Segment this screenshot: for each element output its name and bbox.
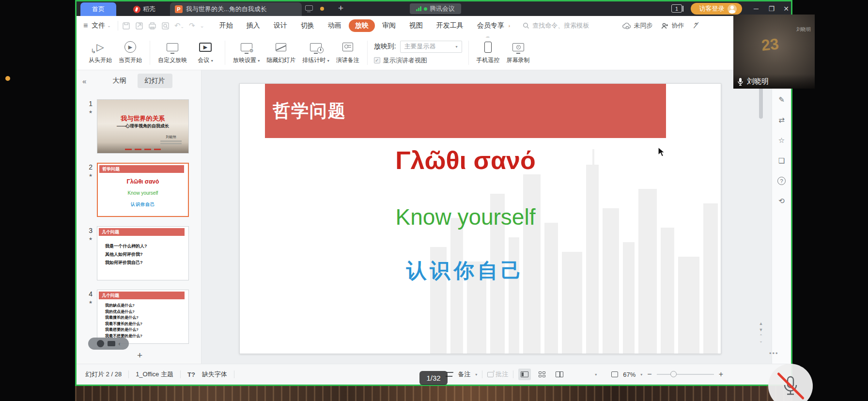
- current-slide[interactable]: 哲学问题 Γλῶθι σανό Know yourself 认识你自己: [239, 83, 721, 354]
- history-icon[interactable]: ⟲: [778, 197, 785, 205]
- tab-slideshow[interactable]: 放映: [349, 19, 375, 32]
- thumb-lines: 我是一个什么样的人? 其他人如何评价我? 我如何评价我自己?: [105, 242, 147, 267]
- preview-icon[interactable]: [161, 22, 170, 30]
- slide-english-text[interactable]: Know yourself: [265, 204, 666, 230]
- zoom-slider[interactable]: [657, 374, 714, 375]
- close-button[interactable]: ✕: [779, 1, 793, 16]
- copy-icon[interactable]: ❏: [778, 156, 785, 165]
- tab-animation[interactable]: 动画: [322, 19, 348, 32]
- play-circle-icon: ▶: [124, 41, 136, 53]
- scroll-up-icon[interactable]: ▲: [758, 321, 764, 326]
- collapse-panel-button[interactable]: «: [82, 77, 86, 85]
- notes-button[interactable]: 备注: [458, 370, 470, 379]
- from-beginning-button[interactable]: ▷ 从头开始: [85, 38, 115, 68]
- slide-thumbnail-1[interactable]: 1 ★ 我与世界的关系 ——心理学视角的自我成长 刘晓明: [77, 99, 189, 154]
- view-normal-button[interactable]: [518, 369, 531, 380]
- meeting-button[interactable]: ▶ 会议 ▾: [190, 38, 220, 68]
- theme-name[interactable]: 1_Office 主题: [136, 370, 173, 379]
- share-icon[interactable]: ⌃̸: [693, 21, 699, 30]
- tab-review[interactable]: 审阅: [376, 19, 402, 32]
- display-target-select[interactable]: 主要显示器 ▾: [400, 41, 462, 53]
- undo-icon[interactable]: ↶⌄: [174, 21, 184, 30]
- minimize-button[interactable]: ─: [749, 1, 763, 16]
- edit-icon[interactable]: ✎: [778, 95, 785, 104]
- guest-login-button[interactable]: 访客登录: [691, 3, 742, 15]
- scrollbar-thumb[interactable]: [759, 84, 763, 119]
- slide-chinese-text[interactable]: 认识你自己: [265, 257, 666, 284]
- more-options-dots-icon[interactable]: •••: [769, 350, 779, 357]
- file-caret-icon[interactable]: ⌄: [107, 23, 111, 28]
- mute-mic-button[interactable]: [768, 364, 813, 401]
- tab-home[interactable]: 首页: [80, 2, 116, 16]
- scroll-down-icon[interactable]: ▼: [758, 327, 764, 332]
- canvas-scrollbar[interactable]: ▲ ▼ ⌃⌄: [758, 79, 764, 355]
- view-read-button[interactable]: [553, 369, 566, 380]
- tab-transition[interactable]: 切换: [294, 19, 321, 32]
- app-tabbar: 首页 稻壳 P 我与世界的关...角的自我成长 + 腾讯会议 1 访客登录: [77, 1, 791, 16]
- zoom-slider-knob[interactable]: [670, 371, 677, 377]
- chevron-left-icon[interactable]: ‹: [119, 340, 121, 347]
- view-sorter-button[interactable]: [536, 369, 548, 380]
- zoom-in-button[interactable]: +: [719, 370, 723, 379]
- show-settings-button[interactable]: ⚙ 放映设置 ▾: [230, 38, 263, 68]
- sync-status[interactable]: 未同步: [622, 21, 652, 30]
- slide-thumbnail-3[interactable]: 3 ★ 几个问题 我是一个什么样的人? 其他人如何评价我? 我如何评价我自己?: [77, 226, 189, 280]
- restore-button[interactable]: ❐: [764, 1, 779, 16]
- tab-design[interactable]: 设计: [267, 19, 294, 32]
- save-icon[interactable]: [122, 22, 130, 30]
- slide-title-bar[interactable]: 哲学问题: [265, 84, 666, 138]
- add-slide-button[interactable]: +: [137, 350, 142, 361]
- print-icon[interactable]: [148, 22, 156, 30]
- slide-thumbnail-2-selected[interactable]: 2 ★ 哲学问题 Γλῶθι σανό Know yourself 认识你自己: [77, 163, 189, 217]
- fit-screen-icon[interactable]: [611, 371, 618, 377]
- ime-toolbar[interactable]: ‹: [88, 338, 129, 350]
- adjust-icon[interactable]: ⇄: [778, 116, 785, 124]
- presenter-view-checkbox[interactable]: ✓: [374, 57, 380, 63]
- missing-font-label[interactable]: 缺失字体: [202, 370, 227, 379]
- tab-view[interactable]: 视图: [403, 19, 429, 32]
- thumb-header: 几个问题: [99, 228, 185, 236]
- meeting-title-pill[interactable]: 腾讯会议: [410, 3, 461, 14]
- command-search[interactable]: 查找命令、搜索模板: [523, 21, 589, 30]
- more-commands-icon[interactable]: ⌄: [200, 23, 204, 29]
- redo-icon[interactable]: ↷: [189, 21, 195, 30]
- zoom-caret-icon[interactable]: ▾: [640, 372, 642, 377]
- custom-show-button[interactable]: 自定义放映: [155, 38, 190, 68]
- window-count-badge[interactable]: 1: [671, 4, 682, 13]
- emoji-icon[interactable]: [97, 340, 104, 347]
- tab-outline[interactable]: 大纲: [106, 74, 134, 88]
- vip-more-icon[interactable]: ›: [509, 23, 510, 29]
- hide-slide-button[interactable]: 隐藏幻灯片: [263, 38, 299, 68]
- tab-vip[interactable]: 会员专享: [471, 19, 511, 32]
- keyboard-icon[interactable]: [108, 341, 115, 346]
- comments-button[interactable]: 批注: [487, 370, 508, 379]
- webcam-overlay[interactable]: 23 刘晓明 刘晓明: [733, 15, 815, 89]
- file-menu[interactable]: 文件: [92, 21, 105, 30]
- zoom-level[interactable]: 67%: [623, 371, 636, 378]
- collab-button[interactable]: 协作: [661, 21, 684, 30]
- chevron-down-icon[interactable]: ▾: [475, 372, 477, 377]
- screen-record-button[interactable]: 屏幕录制: [503, 38, 533, 68]
- slide-greek-text[interactable]: Γλῶθι σανό: [265, 146, 666, 175]
- tab-devtools[interactable]: 开发工具: [430, 19, 470, 32]
- speaker-notes-button[interactable]: 演讲备注: [333, 38, 363, 68]
- view-more-caret-icon[interactable]: ▾: [595, 372, 597, 377]
- tab-insert[interactable]: 插入: [240, 19, 266, 32]
- slide-canvas[interactable]: 哲学问题 Γλῶθι σανό Know yourself 认识你自己 ▲ ▼ …: [202, 70, 772, 364]
- tab-document[interactable]: P 我与世界的关...角的自我成长: [170, 2, 302, 16]
- hamburger-icon[interactable]: ≡: [83, 21, 88, 30]
- from-current-button[interactable]: ▶ 当页开始: [115, 38, 145, 68]
- phone-remote-button[interactable]: 手机遥控: [473, 38, 503, 68]
- export-icon[interactable]: [135, 22, 143, 30]
- tab-start[interactable]: 开始: [213, 19, 239, 32]
- new-tab-button[interactable]: +: [338, 3, 343, 14]
- tab-slides[interactable]: 幻灯片: [138, 74, 172, 88]
- slide-thumbnail-4[interactable]: 4 ★ 几个问题 我的缺点是什么? 我的优点是什么? 我最擅长的是什么? 我最不…: [77, 290, 189, 344]
- help-icon[interactable]: ?: [777, 177, 786, 185]
- zoom-out-button[interactable]: −: [647, 370, 651, 379]
- rehearse-button[interactable]: 排练计时 ▾: [299, 38, 332, 68]
- scroll-pages-icon[interactable]: ⌃⌄: [758, 334, 764, 343]
- tab-daoke[interactable]: 稻壳: [123, 2, 166, 16]
- star-icon[interactable]: ☆: [778, 136, 785, 145]
- screen-cast-icon[interactable]: [305, 5, 313, 11]
